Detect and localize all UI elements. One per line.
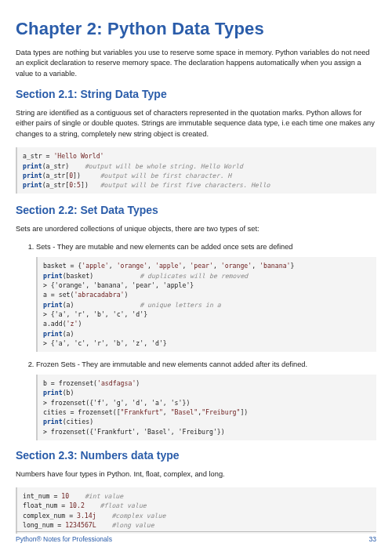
- section-23-text: Numbers have four types in Python. Int, …: [16, 469, 376, 480]
- page-footer: Python® Notes for Professionals 33: [16, 531, 376, 545]
- code-block-string: a_str = 'Hello World' print(a_str) #outp…: [16, 147, 376, 194]
- section-23-title: Section 2.3: Numbers data type: [16, 448, 376, 464]
- chapter-title: Chapter 2: Python Data Types: [16, 17, 376, 42]
- code-block-frozenset: b = frozenset('asdfagsa') print(b) > fro…: [36, 375, 376, 440]
- list-item: Frozen Sets - They are immutable and new…: [36, 360, 376, 440]
- list-item: Sets - They are mutable and new elements…: [36, 242, 376, 352]
- code-block-set: basket = {'apple', 'orange', 'apple', 'p…: [36, 257, 376, 352]
- item-1-text: Sets - They are mutable and new elements…: [36, 243, 293, 251]
- footer-page-number: 33: [369, 535, 376, 545]
- footer-book-title: Python® Notes for Professionals: [16, 535, 112, 545]
- item-2-text: Frozen Sets - They are immutable and new…: [36, 360, 307, 368]
- section-22-text: Sets are unordered collections of unique…: [16, 224, 376, 234]
- section-21-text: String are identified as a contiguous se…: [16, 108, 376, 139]
- set-type-list: Sets - They are mutable and new elements…: [36, 242, 376, 440]
- intro-paragraph: Data types are nothing but variables you…: [16, 48, 376, 79]
- code-block-numbers: int_num = 10 #int value float_num = 10.2…: [16, 487, 376, 534]
- section-21-title: Section 2.1: String Data Type: [16, 87, 376, 103]
- section-22-title: Section 2.2: Set Data Types: [16, 203, 376, 219]
